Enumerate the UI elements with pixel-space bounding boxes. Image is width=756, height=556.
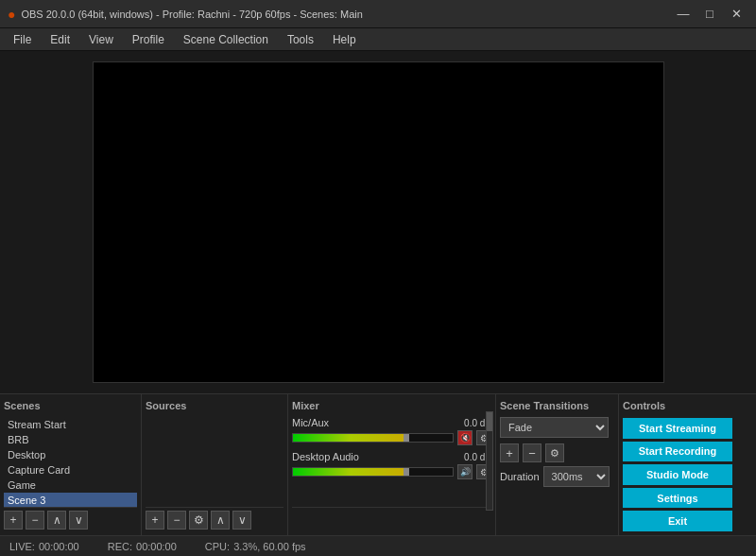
scenes-down-button[interactable]: ∨ (69, 511, 88, 530)
mixer-header: Mixer (292, 398, 491, 413)
rec-status: REC: 00:00:00 (108, 541, 177, 552)
menu-view[interactable]: View (79, 29, 123, 50)
status-bar: LIVE: 00:00:00 REC: 00:00:00 CPU: 3.3%, … (0, 535, 756, 556)
transitions-controls-row: + − ⚙ (500, 443, 614, 462)
minimize-button[interactable]: — (671, 5, 696, 24)
transitions-panel: Scene Transitions Fade Cut Swipe Slide +… (496, 394, 619, 535)
cpu-label: CPU: (205, 541, 230, 552)
mixer-scrollbar-thumb[interactable] (487, 412, 492, 431)
title-bar: ● OBS 20.0.0 (64bit, windows) - Profile:… (0, 0, 756, 28)
preview-canvas (93, 61, 664, 383)
bottom-panels: Scenes Stream Start BRB Desktop Capture … (0, 393, 756, 556)
start-recording-button[interactable]: Start Recording (623, 442, 732, 462)
maximize-button[interactable]: □ (697, 5, 722, 24)
mixer-track-mic: Mic/Aux 0.0 dB 🔇 ⚙ (292, 417, 491, 445)
sources-list (146, 417, 284, 507)
duration-label: Duration (500, 471, 540, 482)
mixer-bar-desktop[interactable] (292, 467, 454, 477)
title-bar-left: ● OBS 20.0.0 (64bit, windows) - Profile:… (8, 7, 363, 22)
menu-file[interactable]: File (4, 29, 41, 50)
preview-area (0, 51, 756, 393)
panels-row: Scenes Stream Start BRB Desktop Capture … (0, 393, 756, 535)
scenes-panel: Scenes Stream Start BRB Desktop Capture … (0, 394, 142, 535)
transitions-remove-button[interactable]: − (523, 443, 541, 462)
rec-label: REC: (108, 541, 132, 552)
scenes-add-button[interactable]: + (4, 511, 23, 530)
mixer-track-desktop-name: Desktop Audio (292, 451, 359, 462)
sources-settings-button[interactable]: ⚙ (189, 511, 208, 530)
start-streaming-button[interactable]: Start Streaming (623, 418, 732, 439)
live-time: 00:00:00 (39, 541, 79, 552)
close-button[interactable]: ✕ (724, 5, 748, 24)
settings-button[interactable]: Settings (623, 488, 732, 509)
mixer-scrollbar[interactable] (486, 411, 493, 511)
menu-profile[interactable]: Profile (123, 29, 174, 50)
scene-item-capture-card[interactable]: Capture Card (4, 462, 137, 478)
transitions-settings-button[interactable]: ⚙ (545, 443, 564, 462)
scene-item-desktop[interactable]: Desktop (4, 447, 137, 462)
transitions-add-button[interactable]: + (500, 443, 519, 462)
duration-select[interactable]: 300ms 500ms 1000ms (543, 466, 610, 487)
title-bar-title: OBS 20.0.0 (64bit, windows) - Profile: R… (21, 9, 362, 20)
controls-panel: Controls Start Streaming Start Recording… (619, 394, 736, 535)
sources-up-button[interactable]: ∧ (211, 511, 230, 530)
sources-toolbar: + − ⚙ ∧ ∨ (146, 507, 284, 531)
main-content: Scenes Stream Start BRB Desktop Capture … (0, 51, 756, 556)
mixer-track-mic-name: Mic/Aux (292, 417, 329, 428)
menu-help[interactable]: Help (323, 29, 366, 50)
exit-button[interactable]: Exit (623, 511, 732, 531)
menu-scene-collection[interactable]: Scene Collection (174, 29, 278, 50)
scenes-header: Scenes (4, 398, 137, 413)
live-status: LIVE: 00:00:00 (9, 541, 79, 552)
scenes-remove-button[interactable]: − (26, 511, 44, 530)
scene-item-stream-start[interactable]: Stream Start (4, 417, 137, 432)
sources-panel: Sources + − ⚙ ∧ ∨ (142, 394, 288, 535)
app-icon: ● (8, 7, 15, 22)
scenes-up-button[interactable]: ∧ (47, 511, 66, 530)
cpu-value: 3.3%, 60.00 fps (233, 541, 305, 552)
scene-item-game[interactable]: Game (4, 478, 137, 493)
menu-tools[interactable]: Tools (278, 29, 323, 50)
mixer-mute-desktop-button[interactable]: 🔊 (457, 464, 472, 479)
mixer-track-desktop: Desktop Audio 0.0 dB 🔊 ⚙ (292, 451, 491, 479)
sources-header: Sources (146, 398, 284, 413)
sources-add-button[interactable]: + (146, 511, 164, 530)
sources-remove-button[interactable]: − (167, 511, 186, 530)
transitions-header: Scene Transitions (500, 398, 614, 413)
mixer-toolbar (292, 507, 491, 531)
transitions-type-select[interactable]: Fade Cut Swipe Slide (500, 417, 609, 438)
menu-bar: File Edit View Profile Scene Collection … (0, 28, 756, 51)
mixer-bar-mic[interactable] (292, 433, 454, 443)
duration-row: Duration 300ms 500ms 1000ms (500, 466, 614, 487)
live-label: LIVE: (9, 541, 35, 552)
controls-header: Controls (623, 398, 732, 413)
scene-item-scene3[interactable]: Scene 3 (4, 493, 137, 507)
mixer-panel: Mixer Mic/Aux 0.0 dB 🔇 ⚙ (288, 394, 496, 535)
rec-time: 00:00:00 (136, 541, 177, 552)
sources-down-button[interactable]: ∨ (232, 511, 251, 530)
studio-mode-button[interactable]: Studio Mode (623, 464, 732, 485)
mixer-mute-mic-button[interactable]: 🔇 (457, 430, 472, 445)
title-bar-controls: — □ ✕ (671, 5, 748, 24)
menu-edit[interactable]: Edit (41, 29, 79, 50)
scene-item-brb[interactable]: BRB (4, 432, 137, 447)
scenes-toolbar: + − ∧ ∨ (4, 507, 137, 531)
scenes-list: Stream Start BRB Desktop Capture Card Ga… (4, 417, 137, 507)
cpu-status: CPU: 3.3%, 60.00 fps (205, 541, 306, 552)
